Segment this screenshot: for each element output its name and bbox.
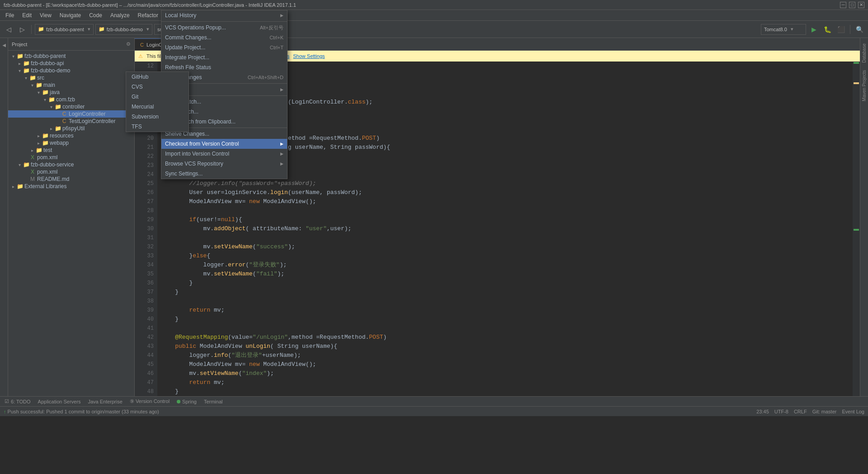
- submenu-tfs[interactable]: TFS: [126, 122, 189, 132]
- minimize-button[interactable]: ─: [840, 2, 846, 8]
- folder-icon-test: 📁: [35, 147, 42, 153]
- tree-label-java: java: [50, 89, 60, 95]
- tree-label-resources: resources: [50, 133, 74, 139]
- vcs-sync-label: Sync Settings...: [165, 171, 203, 177]
- gutter-marker-1: [854, 62, 859, 64]
- vcs-update-project[interactable]: Update Project... Ctrl+T: [161, 43, 287, 52]
- code-line-38: [161, 297, 849, 306]
- tree-item-controller[interactable]: 📁 controller: [8, 103, 134, 110]
- sidebar-gear-icon[interactable]: ⚙: [126, 41, 131, 47]
- tree-arrow-demo: [16, 68, 23, 73]
- tree-item-readme[interactable]: M README.md: [8, 175, 134, 183]
- toolbar-back[interactable]: ◁: [3, 24, 14, 35]
- tree-item-java[interactable]: 📁 java: [8, 89, 134, 96]
- vcs-sync-settings[interactable]: Sync Settings...: [161, 169, 287, 179]
- vcs-checkout[interactable]: Checkout from Version Control: [161, 139, 287, 149]
- btool-versioncontrol[interactable]: ⑨ Version Control: [127, 397, 172, 406]
- vcs-commit-changes[interactable]: Commit Changes... Ctrl+K: [161, 33, 287, 43]
- vcs-integrate-project[interactable]: Integrate Project...: [161, 52, 287, 62]
- btool-spring[interactable]: Spring: [174, 397, 199, 406]
- tree-item-src[interactable]: 📁 src: [8, 74, 134, 81]
- notification-icon: ⚠: [138, 53, 143, 59]
- tree-arrow-root: [10, 54, 16, 59]
- code-line-47: return mv;: [161, 378, 849, 387]
- menu-code[interactable]: Code: [85, 11, 106, 19]
- status-branch[interactable]: Git: master: [812, 409, 837, 414]
- vcs-browse-vcs[interactable]: Browse VCS Repository: [161, 159, 287, 169]
- submenu-cvs[interactable]: CVS: [126, 82, 189, 92]
- close-button[interactable]: ✕: [858, 2, 864, 8]
- btool-javaee[interactable]: Java Enterprise: [85, 397, 125, 406]
- vcs-refresh-status[interactable]: Refresh File Status: [161, 62, 287, 72]
- btool-todo[interactable]: ☑ 6: TODO: [2, 397, 33, 406]
- tree-label-src: src: [37, 75, 44, 81]
- menu-refactor[interactable]: Refactor: [134, 11, 162, 19]
- vcs-update-label: Update Project...: [165, 44, 205, 51]
- run-button[interactable]: ▶: [808, 24, 820, 35]
- status-position[interactable]: 23:45: [756, 409, 769, 414]
- menu-analyze[interactable]: Analyze: [107, 11, 133, 19]
- tree-item-pom-service[interactable]: X pom.xml: [8, 168, 134, 175]
- tree-item-service[interactable]: 📁 fzb-dubbo-service: [8, 161, 134, 168]
- gutter-marker-3: [854, 229, 859, 231]
- status-eventlog[interactable]: Event Log: [842, 409, 864, 414]
- project-dropdown[interactable]: 📁 fzb-dubbo-parent ▾: [35, 24, 94, 35]
- xml-icon-pom-service: X: [29, 169, 36, 175]
- submenu-github[interactable]: GitHub: [126, 72, 189, 82]
- tree-item-p6spyutil[interactable]: 📁 p6spyUtil: [8, 125, 134, 132]
- vcs-commit-label: Commit Changes...: [165, 34, 212, 41]
- folder-icon-java: 📁: [42, 89, 49, 95]
- code-line-39: return mv;: [161, 306, 849, 315]
- sidebar-title: Project: [12, 42, 27, 47]
- tree-item-comfzb[interactable]: 📁 com.fzb: [8, 96, 134, 103]
- status-encoding[interactable]: UTF-8: [774, 409, 788, 414]
- btool-terminal[interactable]: Terminal: [201, 397, 226, 406]
- vcs-operations-popup[interactable]: VCS Operations Popup... Alt+反引号: [161, 23, 287, 33]
- submenu-subversion[interactable]: Subversion: [126, 112, 189, 122]
- title-controls: ─ □ ✕: [840, 2, 864, 8]
- maven-projects-tab[interactable]: Maven Projects: [861, 66, 868, 105]
- folder-icon-webapp: 📁: [42, 140, 49, 146]
- tree-item-webapp[interactable]: 📁 webapp: [8, 139, 134, 147]
- search-button[interactable]: 🔍: [854, 24, 865, 35]
- vcs-local-history[interactable]: Local History: [161, 10, 287, 20]
- menu-view[interactable]: View: [36, 11, 55, 19]
- code-line-30: mv.addObject( attributeName: "user",user…: [161, 224, 849, 233]
- tree-item-resources[interactable]: 📁 resources: [8, 132, 134, 139]
- btool-appservers[interactable]: Application Servers: [35, 397, 84, 406]
- notification-settings-link[interactable]: Show Settings: [293, 53, 325, 59]
- javaee-label: Java Enterprise: [88, 399, 122, 404]
- tree-item-demo[interactable]: 📁 fzb-dubbo-demo: [8, 67, 134, 74]
- tree-item-main[interactable]: 📁 main: [8, 81, 134, 89]
- tree-label-root: fzb-dubbo-parent: [24, 53, 66, 59]
- run-config-dropdown[interactable]: Tomcat8.0 ▾: [761, 24, 806, 35]
- tree-item-api[interactable]: 📁 fzb-dubbo-api: [8, 60, 134, 67]
- stop-button[interactable]: ⬛: [835, 24, 847, 35]
- tree-arrow-comfzb: [42, 97, 48, 102]
- code-line-42: @RequestMapping(value="/unLogin",method …: [161, 333, 849, 342]
- submenu-mercurial[interactable]: Mercurial: [126, 102, 189, 112]
- tree-root[interactable]: 📁 fzb-dubbo-parent: [8, 52, 134, 60]
- menu-edit[interactable]: Edit: [19, 11, 35, 19]
- left-panel-btn[interactable]: ▶: [0, 40, 7, 52]
- vcs-browse-label: Browse VCS Repository: [165, 161, 223, 167]
- vcs-operations-shortcut: Alt+反引号: [260, 24, 283, 31]
- gutter-marker-2: [854, 82, 859, 84]
- maximize-button[interactable]: □: [849, 2, 855, 8]
- tree-item-pom-demo[interactable]: X pom.xml: [8, 154, 134, 161]
- menu-navigate[interactable]: Navigate: [56, 11, 85, 19]
- tree-label-api: fzb-dubbo-api: [31, 60, 64, 66]
- tree-item-extlibs[interactable]: 📁 External Libraries: [8, 183, 134, 190]
- folder-icon-src: 📁: [29, 75, 36, 81]
- tree-item-test[interactable]: 📁 test: [8, 147, 134, 154]
- menu-file[interactable]: File: [2, 11, 18, 19]
- database-tab[interactable]: Database: [861, 40, 868, 66]
- tree-item-logincontroller[interactable]: C LoginController: [8, 110, 134, 118]
- vcs-import[interactable]: Import into Version Control: [161, 149, 287, 159]
- demo-dropdown[interactable]: 📁 fzb-dubbo-demo ▾: [95, 24, 152, 35]
- submenu-git[interactable]: Git: [126, 92, 189, 102]
- debug-button[interactable]: 🐛: [821, 24, 833, 35]
- toolbar-forward[interactable]: ▷: [16, 24, 28, 35]
- tree-item-testlogincontroller[interactable]: C TestLoginController: [8, 118, 134, 125]
- status-linesep[interactable]: CRLF: [794, 409, 807, 414]
